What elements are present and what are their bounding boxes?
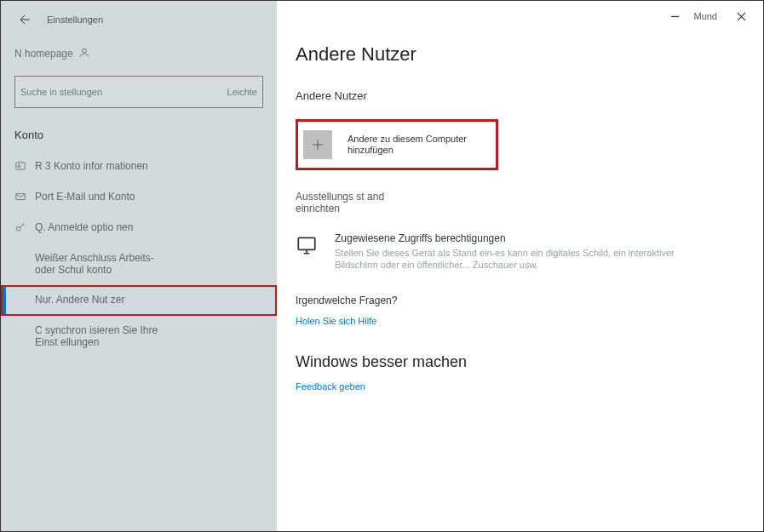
sync-icon (14, 324, 28, 338)
svg-rect-3 (16, 194, 26, 200)
sidebar-topbar: Einstellungen (1, 1, 277, 38)
settings-title: Einstellungen (47, 14, 98, 25)
sidebar-item-account-info[interactable]: R 3 Konto infor mationen (1, 152, 277, 182)
sidebar-item-label: Port E-Mail und Konto (35, 191, 135, 203)
assigned-access-desc: Stellen Sie dieses Gerät als Stand ein-e… (335, 247, 692, 272)
help-block: Irgendwelche Fragen? Holen Sie sich Hilf… (296, 295, 744, 327)
sidebar-item-label: R 3 Konto infor mationen (35, 160, 148, 172)
sidebar-item-label: Weißer Anschluss Arbeits-oder Schul kont… (35, 252, 171, 277)
window-titlebar: Mund (659, 1, 763, 31)
user-block[interactable]: N homepage (1, 38, 277, 67)
kiosk-heading: Ausstellungs st and einrichten (296, 191, 389, 215)
close-button[interactable] (726, 4, 756, 28)
assigned-access-title: Zugewiesene Zugriffs berechtigungen (335, 232, 692, 244)
questions-heading: Irgendwelche Fragen? (296, 295, 423, 306)
sidebar-section-head: Konto (1, 108, 277, 152)
main-panel: Mund Andere Nutzer Andere Nutzer Andere … (277, 1, 763, 531)
svg-point-2 (18, 164, 20, 166)
sidebar-item-label: Nur. Andere Nut zer (35, 294, 124, 306)
sidebar-item-label: Q. Anmelde optio nen (35, 221, 133, 233)
id-card-icon (14, 160, 28, 174)
get-help-link[interactable]: Holen Sie sich Hilfe (296, 316, 376, 327)
page-title: Andere Nutzer (296, 43, 744, 66)
content-area: Andere Nutzer Andere Nutzer Andere zu di… (277, 1, 763, 410)
user-label: N homepage (14, 49, 73, 60)
other-users-subhead: Andere Nutzer (296, 89, 744, 102)
sidebar-item-sync[interactable]: C synchron isieren Sie Ihre Einst ellung… (1, 316, 277, 358)
add-user-label: Andere zu diesem Computer hinzufügen (348, 134, 484, 156)
window-label: Mund (693, 11, 717, 21)
sidebar-item-label: C synchron isieren Sie Ihre Einst ellung… (35, 324, 171, 349)
svg-point-4 (16, 226, 20, 231)
sidebar-item-signin-options[interactable]: Q. Anmelde optio nen (1, 213, 277, 243)
svg-rect-5 (298, 237, 315, 249)
sidebar-item-email-accounts[interactable]: Port E-Mail und Konto (1, 182, 277, 213)
users-icon (14, 294, 28, 307)
feedback-link[interactable]: Feedback geben (296, 381, 365, 392)
improve-windows-heading: Windows besser machen (296, 353, 744, 371)
sidebar-nav: R 3 Konto infor mationen Port E-Mail und… (1, 152, 277, 358)
minimize-button[interactable] (659, 4, 690, 28)
search-hint: Leichte (227, 87, 257, 97)
sidebar-item-other-users[interactable]: Nur. Andere Nut zer (1, 285, 277, 316)
svg-point-0 (82, 49, 86, 53)
briefcase-icon (14, 252, 28, 266)
assigned-access-text: Zugewiesene Zugriffs berechtigungen Stel… (335, 232, 692, 272)
assigned-access-button[interactable]: Zugewiesene Zugriffs berechtigungen Stel… (296, 232, 744, 272)
key-icon (14, 221, 28, 235)
mail-icon (14, 191, 28, 204)
monitor-icon (296, 232, 321, 272)
search-input-wrapper[interactable]: Leichte (14, 76, 263, 108)
add-user-button[interactable]: Andere zu diesem Computer hinzufügen (296, 119, 498, 170)
back-icon[interactable] (16, 12, 32, 27)
search-input[interactable] (20, 87, 224, 97)
user-icon (78, 47, 90, 62)
settings-sidebar: Einstellungen N homepage Leichte Konto R… (1, 1, 277, 531)
svg-rect-1 (16, 163, 26, 169)
plus-icon (303, 130, 332, 159)
sidebar-item-work-school[interactable]: Weißer Anschluss Arbeits-oder Schul kont… (1, 243, 277, 285)
